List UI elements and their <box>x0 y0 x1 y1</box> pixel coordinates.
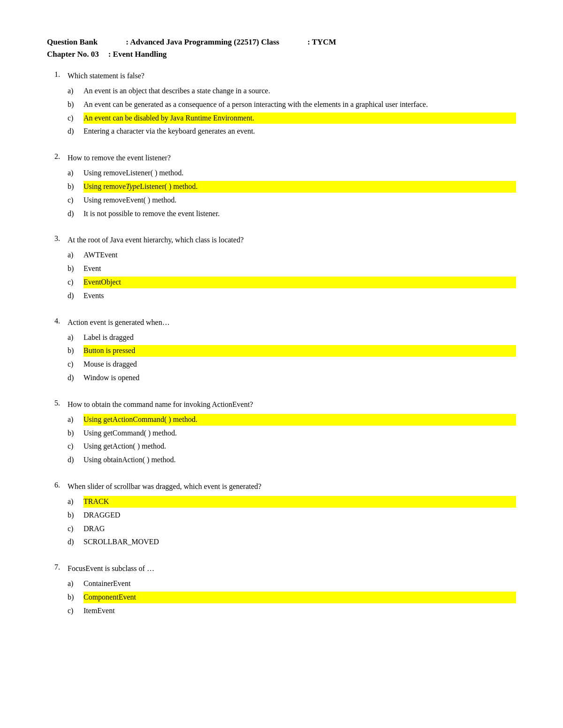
option-item: b)DRAGGED <box>68 510 516 521</box>
option-item: b)An event can be generated as a consequ… <box>68 99 516 111</box>
question-item: 5.How to obtain the command name for inv… <box>47 399 516 468</box>
option-label: a) <box>68 167 78 179</box>
option-item: d)Events <box>68 290 516 302</box>
option-label: a) <box>68 496 78 508</box>
questions-list: 1.Which statement is false?a)An event is… <box>47 70 516 619</box>
option-label: c) <box>68 605 78 617</box>
option-label: c) <box>68 441 78 452</box>
option-text: ContainerEvent <box>84 578 516 590</box>
option-item: c)ItemEvent <box>68 605 516 617</box>
chapter-number: Chapter No. 03 <box>47 50 99 59</box>
question-text: Which statement is false? <box>68 70 516 82</box>
question-number: 3. <box>47 234 60 303</box>
option-text: ItemEvent <box>84 605 516 617</box>
question-number: 2. <box>47 152 60 221</box>
option-text: TRACK <box>84 496 516 508</box>
option-label: b) <box>68 263 78 275</box>
question-item: 3.At the root of Java event hierarchy, w… <box>47 234 516 303</box>
option-text: SCROLLBAR_MOVED <box>84 536 516 548</box>
options-list: a)Label is draggedb)Button is pressedc)M… <box>68 332 516 384</box>
option-item: a)AWTEvent <box>68 249 516 261</box>
option-text: An event is an object that describes a s… <box>84 85 516 97</box>
option-label: c) <box>68 195 78 206</box>
question-text: FocusEvent is subclass of … <box>68 563 516 574</box>
question-item: 6.When slider of scrollbar was dragged, … <box>47 481 516 550</box>
option-label: d) <box>68 290 78 302</box>
option-item: c)EventObject <box>68 277 516 288</box>
question-number: 7. <box>47 563 60 618</box>
question-content: Action event is generated when…a)Label i… <box>68 317 516 386</box>
option-label: d) <box>68 208 78 220</box>
options-list: a)Using getActionCommand( ) method.b)Usi… <box>68 414 516 466</box>
question-content: How to obtain the command name for invok… <box>68 399 516 468</box>
question-number: 1. <box>47 70 60 139</box>
option-text: Using getCommand( ) method. <box>84 428 516 439</box>
option-item: a)ContainerEvent <box>68 578 516 590</box>
option-item: b)Using removeTypeListener( ) method. <box>68 181 516 193</box>
option-label: a) <box>68 332 78 344</box>
option-text: Events <box>84 290 516 302</box>
option-label: d) <box>68 536 78 548</box>
option-label: b) <box>68 345 78 357</box>
question-text: When slider of scrollbar was dragged, wh… <box>68 481 516 492</box>
question-text: How to remove the event listener? <box>68 152 516 164</box>
question-content: FocusEvent is subclass of …a)ContainerEv… <box>68 563 516 618</box>
option-text: DRAG <box>84 523 516 535</box>
option-item: d)Window is opened <box>68 372 516 384</box>
option-label: b) <box>68 592 78 603</box>
option-label: c) <box>68 359 78 370</box>
option-text: An event can be disabled by Java Runtime… <box>84 113 516 124</box>
option-item: a)Using removeListener( ) method. <box>68 167 516 179</box>
options-list: a)An event is an object that describes a… <box>68 85 516 137</box>
options-list: a)ContainerEventb)ComponentEventc)ItemEv… <box>68 578 516 616</box>
question-number: 4. <box>47 317 60 386</box>
option-text: Button is pressed <box>84 345 516 357</box>
option-text: AWTEvent <box>84 249 516 261</box>
option-label: b) <box>68 510 78 521</box>
option-item: c)An event can be disabled by Java Runti… <box>68 113 516 124</box>
option-item: b)Using getCommand( ) method. <box>68 428 516 439</box>
option-text: EventObject <box>84 277 516 288</box>
option-item: c)Using removeEvent( ) method. <box>68 195 516 206</box>
option-item: c)Mouse is dragged <box>68 359 516 370</box>
option-label: a) <box>68 249 78 261</box>
option-label: b) <box>68 99 78 111</box>
options-list: a)Using removeListener( ) method.b)Using… <box>68 167 516 219</box>
question-number: 5. <box>47 399 60 468</box>
option-label: c) <box>68 277 78 288</box>
option-text: Entering a character via the keyboard ge… <box>84 126 516 137</box>
option-text: Mouse is dragged <box>84 359 516 370</box>
option-text: DRAGGED <box>84 510 516 521</box>
option-text: Using removeTypeListener( ) method. <box>84 181 516 193</box>
option-label: b) <box>68 181 78 193</box>
option-text: An event can be generated as a consequen… <box>84 99 516 111</box>
chapter-title: : Event Handling <box>108 50 167 59</box>
option-item: d)It is not possible to remove the event… <box>68 208 516 220</box>
option-text: ComponentEvent <box>84 592 516 603</box>
option-item: d)Using obtainAction( ) method. <box>68 454 516 466</box>
header-course: : Advanced Java Programming (22517) Clas… <box>126 38 279 47</box>
question-item: 7.FocusEvent is subclass of …a)Container… <box>47 563 516 618</box>
option-text: Window is opened <box>84 372 516 384</box>
question-item: 2.How to remove the event listener?a)Usi… <box>47 152 516 221</box>
header-class: : TYCM <box>307 38 336 47</box>
option-item: d)SCROLLBAR_MOVED <box>68 536 516 548</box>
header-title: Question Bank <box>47 38 98 47</box>
question-item: 4.Action event is generated when…a)Label… <box>47 317 516 386</box>
option-text: Using removeListener( ) method. <box>84 167 516 179</box>
option-label: d) <box>68 454 78 466</box>
option-text: Using getActionCommand( ) method. <box>84 414 516 426</box>
option-text: Using obtainAction( ) method. <box>84 454 516 466</box>
option-item: a)Label is dragged <box>68 332 516 344</box>
option-item: b)ComponentEvent <box>68 592 516 603</box>
option-text: Using removeEvent( ) method. <box>84 195 516 206</box>
question-content: At the root of Java event hierarchy, whi… <box>68 234 516 303</box>
option-label: b) <box>68 428 78 439</box>
option-item: b)Event <box>68 263 516 275</box>
question-content: When slider of scrollbar was dragged, wh… <box>68 481 516 550</box>
question-text: How to obtain the command name for invok… <box>68 399 516 410</box>
question-content: Which statement is false?a)An event is a… <box>68 70 516 139</box>
options-list: a)AWTEventb)Eventc)EventObjectd)Events <box>68 249 516 301</box>
option-text: It is not possible to remove the event l… <box>84 208 516 220</box>
option-text: Event <box>84 263 516 275</box>
